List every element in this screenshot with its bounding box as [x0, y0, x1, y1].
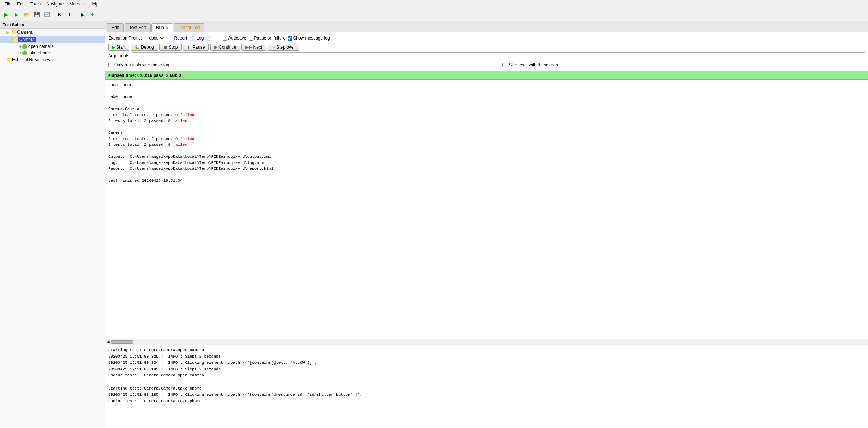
sidebar-item-camera[interactable]: 📁 Camera	[0, 36, 105, 43]
toolbar-open-btn[interactable]: 📂	[22, 10, 31, 19]
external-resources-icon: 📁	[6, 57, 12, 63]
sidebar-item-open-camera[interactable]: ☑ 🟢 open camera	[0, 43, 105, 50]
toolbar-refresh-btn[interactable]: 🔄	[42, 10, 52, 19]
output-container: elapsed time: 0:00:16 pass: 2 fail: 0 op…	[105, 71, 868, 428]
skip-tags-checkbox[interactable]	[502, 63, 507, 67]
scroll-thumb[interactable]	[111, 340, 133, 344]
menu-file[interactable]: File	[1, 1, 14, 7]
menu-help[interactable]: Help	[87, 1, 102, 7]
show-message-log-checkbox[interactable]	[288, 36, 292, 41]
camera-folder-icon: 📁	[11, 29, 17, 35]
sidebar-item-camera-root[interactable]: ▶ 📁 Camera	[0, 29, 105, 36]
skip-tags-label[interactable]: Skip tests with these tags	[502, 62, 558, 67]
only-run-tags-label[interactable]: Only run tests with these tags	[108, 62, 188, 67]
continue-icon: ▶	[214, 45, 217, 50]
arguments-row: Arguments:	[108, 52, 865, 59]
folder-icon: ▶	[6, 29, 10, 35]
only-run-tags-text: Only run tests with these tags	[114, 62, 171, 67]
tab-run-label: Run	[156, 25, 164, 30]
next-label: Next	[253, 45, 262, 50]
tab-parser-log-label: Parser Log	[179, 25, 200, 30]
pause-icon: ⏸	[187, 45, 191, 50]
pause-on-failure-label[interactable]: Pause on failure	[249, 36, 286, 41]
camera-selected-icon: 📁	[12, 37, 18, 42]
run-panel: Execution Profile: robot Report 📄 Log 📄 …	[105, 32, 868, 71]
continue-button[interactable]: ▶ Continue	[210, 44, 240, 51]
tab-run[interactable]: Run ✕	[151, 23, 173, 32]
start-label: Start	[116, 45, 125, 50]
toolbar-run2-btn[interactable]: ▶	[12, 10, 21, 19]
next-button[interactable]: ▶▶ Next	[241, 44, 266, 51]
autosave-checkbox[interactable]	[223, 36, 227, 41]
report-link[interactable]: Report	[174, 36, 187, 41]
show-message-log-label[interactable]: Show message log	[288, 36, 330, 41]
toolbar-star-btn[interactable]: ✦	[88, 10, 97, 19]
log-sep: 📄	[206, 36, 211, 41]
start-icon: ▶	[112, 45, 115, 50]
stop-button[interactable]: ⏹ Stop	[159, 44, 182, 51]
toolbar-sep1	[53, 11, 53, 18]
debug-label: Debug	[141, 45, 154, 50]
pause-button[interactable]: ⏸ Pause	[183, 44, 209, 51]
toolbar-save-btn[interactable]: 💾	[32, 10, 41, 19]
sidebar-item-label-camera: Camera	[18, 37, 36, 42]
only-run-tags-checkbox[interactable]	[108, 63, 113, 67]
message-log-text: Starting test: Camera.Camera.open camera…	[105, 345, 868, 407]
menubar: File Edit Tools Navigate Macros Help	[0, 0, 868, 8]
scroll-left-arrow[interactable]: ◀	[107, 340, 110, 344]
log-link[interactable]: Log	[196, 36, 204, 41]
toolbar-sep2	[76, 11, 76, 18]
toolbar-run-btn[interactable]: ▶	[1, 10, 11, 19]
tab-edit[interactable]: Edit	[107, 23, 124, 32]
tags-row: Only run tests with these tags Skip test…	[108, 61, 865, 69]
pause-on-failure-checkbox[interactable]	[249, 36, 253, 41]
toolbar-play-btn[interactable]: ▶	[78, 10, 87, 19]
execution-profile-label: Execution Profile:	[108, 36, 142, 41]
menu-macros[interactable]: Macros	[66, 1, 86, 7]
autosave-checkbox-label[interactable]: Autosave	[223, 36, 246, 41]
horizontal-scrollbar[interactable]: ◀	[105, 339, 868, 345]
next-icon: ▶▶	[245, 45, 252, 50]
skip-tags-input[interactable]	[558, 61, 865, 69]
toolbar-t-btn[interactable]: T	[65, 10, 74, 19]
menu-edit[interactable]: Edit	[14, 1, 28, 7]
test-icon-take-phone: 🟢	[22, 50, 27, 55]
only-run-tags-input[interactable]	[188, 61, 495, 69]
skip-tags-text: Skip tests with these tags	[509, 62, 558, 67]
sidebar-item-take-phone[interactable]: ☑ 🟢 take phone	[0, 50, 105, 56]
step-over-button[interactable]: ↷ Step over	[268, 44, 299, 51]
menu-navigate[interactable]: Navigate	[44, 1, 66, 7]
test-icon-open-camera: 🟢	[22, 44, 27, 49]
output-text: open camera ----------------------------…	[105, 80, 868, 339]
sidebar-item-label-external-resources: External Resources	[12, 57, 50, 62]
debug-button[interactable]: 🐛 Debug	[131, 44, 158, 51]
tab-edit-label: Edit	[111, 25, 119, 30]
arguments-input[interactable]	[132, 52, 865, 59]
tab-text-edit[interactable]: Text Edit	[125, 23, 151, 32]
step-over-icon: ↷	[272, 45, 275, 50]
main-layout: Test Suites ▶ 📁 Camera 📁 Camera ☑ 🟢 open…	[0, 21, 868, 428]
sidebar-item-label-camera-root: Camera	[17, 30, 33, 35]
checkbox-open-camera[interactable]: ☑	[17, 44, 21, 49]
content-area: Edit Text Edit Run ✕ Parser Log Executio…	[105, 21, 868, 428]
start-button[interactable]: ▶ Start	[108, 44, 129, 51]
sidebar-title: Test Suites	[0, 21, 105, 29]
tab-parser-log[interactable]: Parser Log	[174, 23, 205, 32]
sidebar-item-external-resources[interactable]: 📁 External Resources	[0, 56, 105, 63]
menu-tools[interactable]: Tools	[28, 1, 44, 7]
run-buttons-row: ▶ Start 🐛 Debug ⏹ Stop ⏸ Pause ▶ Cont	[108, 44, 865, 51]
execution-profile-row: Execution Profile: robot Report 📄 Log 📄 …	[108, 34, 865, 42]
tab-bar: Edit Text Edit Run ✕ Parser Log	[105, 21, 868, 32]
message-log: Starting test: Camera.Camera.open camera…	[105, 345, 868, 428]
toolbar-k-btn[interactable]: K	[55, 10, 64, 19]
arguments-label: Arguments:	[108, 53, 130, 58]
stop-label: Stop	[169, 45, 178, 50]
execution-profile-select[interactable]: robot	[144, 34, 165, 42]
report-sep: 📄	[189, 36, 194, 41]
sidebar-item-label-open-camera: open camera	[28, 44, 54, 49]
stop-icon: ⏹	[163, 45, 168, 50]
tab-run-close[interactable]: ✕	[166, 26, 168, 30]
continue-label: Continue	[219, 45, 236, 50]
show-message-log-text: Show message log	[293, 36, 330, 41]
checkbox-take-phone[interactable]: ☑	[17, 51, 21, 55]
